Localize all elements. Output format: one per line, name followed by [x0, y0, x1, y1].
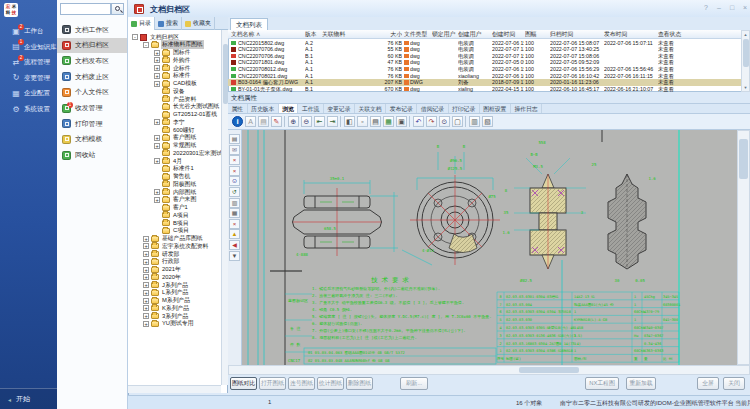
help-icon[interactable]: ? [701, 3, 711, 12]
tree-hscrollbar[interactable] [128, 385, 221, 393]
toolbar-icon-info[interactable]: i [232, 116, 243, 127]
button-nx[interactable]: NX工程图 [585, 377, 619, 390]
button-删除图纸[interactable]: 删除图纸 [346, 377, 373, 390]
column-header[interactable]: 版本 [305, 30, 321, 39]
toolbar-icon-print[interactable]: ▤ [258, 116, 269, 127]
tree-tab-目录[interactable]: 目录 [128, 17, 155, 30]
list-scrollbar[interactable]: ▲▼ [741, 30, 750, 92]
side-tool-down[interactable]: ▼ [229, 251, 240, 261]
expander-icon[interactable]: + [143, 251, 149, 257]
sidebar-item-system-settings[interactable]: ⚙系统设置 [0, 102, 57, 117]
expander-icon[interactable]: + [143, 236, 149, 242]
expander-icon[interactable]: + [143, 290, 149, 296]
expander-icon[interactable]: + [143, 282, 149, 288]
button-close[interactable]: 关闭 [723, 377, 745, 390]
toolbar-icon-fit-page[interactable]: ⇤ [314, 116, 325, 127]
table-row[interactable]: CNC22071801.dwgA.147 KBdwg电装调2022-07-05 … [228, 59, 741, 66]
side-tool-close-red[interactable]: × [229, 155, 240, 165]
workspace-item[interactable]: 打印管理 [57, 116, 127, 131]
expander-icon[interactable]: + [143, 267, 149, 273]
toolbar-icon-view[interactable]: ⊙ [439, 116, 450, 127]
table-row[interactable]: CNC220708021.dwgA.176 KBdwgxiaoliang2022… [228, 73, 741, 80]
props-tab-借阅记录[interactable]: 借阅记录 [417, 104, 448, 113]
close-icon[interactable]: × [740, 3, 750, 12]
sidebar-item-process[interactable]: ⇄2流程管理 [0, 55, 57, 70]
toolbar-icon-capture[interactable]: ▫ [357, 116, 368, 127]
expander-icon[interactable]: + [143, 321, 149, 327]
expander-icon[interactable]: + [154, 135, 160, 141]
column-header[interactable]: 发布时间 [604, 30, 656, 39]
props-tab-关联文档[interactable]: 关联文档 [355, 104, 386, 113]
button-打开图纸[interactable]: 打开图纸 [259, 377, 286, 390]
column-header[interactable]: 归档时间 [550, 30, 602, 39]
sidebar-item-knowledge-base[interactable]: ▤1企业知识库 [0, 40, 57, 55]
toolbar-icon-back[interactable]: ▦ [383, 116, 394, 127]
side-tool-target[interactable]: ⊙ [229, 176, 240, 186]
start-button[interactable]: ◂ 开始 [0, 388, 57, 409]
toolbar-icon-image[interactable]: ◧ [344, 116, 355, 127]
workspace-item[interactable]: 文档归档区 [57, 38, 127, 53]
column-header[interactable]: 创建时间 [492, 30, 524, 39]
side-tool-mail[interactable]: ✉ [229, 145, 240, 155]
tree-scrollbar[interactable] [221, 30, 228, 385]
side-tool-delete-red[interactable]: × [229, 166, 240, 176]
expander-icon[interactable]: + [154, 143, 160, 149]
side-tool-table[interactable]: ▥ [229, 198, 240, 208]
table-row[interactable]: CNC220708012.dwgA.176 KBdwg电装调2022-07-06… [228, 66, 741, 73]
props-tab-历史版本[interactable]: 历史版本 [248, 104, 279, 113]
expander-icon[interactable]: + [154, 197, 160, 203]
column-header[interactable]: 创建用户 [458, 30, 490, 39]
toolbar-icon-fit-width[interactable]: ⊖ [301, 116, 312, 127]
toolbar-icon-grid[interactable]: ↷ [426, 116, 437, 127]
workspace-item[interactable]: 个人文件区 [57, 85, 127, 100]
workspace-item[interactable]: 回收站 [57, 148, 127, 163]
side-tool-back-red[interactable]: ◀ [229, 240, 240, 250]
expander-icon[interactable]: + [154, 50, 160, 56]
button-图纸对比[interactable]: 图纸对比 [230, 377, 257, 390]
button-reload[interactable]: 重新加载 [626, 377, 656, 390]
expander-icon[interactable]: + [143, 259, 149, 265]
workspace-item[interactable]: 1收发管理 [57, 101, 127, 116]
workspace-item[interactable]: 文档废止区 [57, 69, 127, 84]
workspace-item[interactable]: 文档发布区 [57, 53, 127, 68]
side-tool-warn-yellow[interactable]: ▲ [229, 229, 240, 239]
props-tab-发布记录[interactable]: 发布记录 [386, 104, 417, 113]
button-refresh[interactable]: 刷新... [400, 377, 428, 390]
restore-icon[interactable]: □ [727, 3, 737, 12]
side-tool-undo[interactable]: ↺ [229, 187, 240, 197]
table-row[interactable]: CNC22070706.dwgB.160 KBdwg电装调2022-07-07 … [228, 53, 741, 60]
column-header[interactable]: 图幅 [525, 30, 543, 39]
toolbar-icon-19[interactable]: ▢ [452, 116, 463, 127]
expander-icon[interactable]: + [143, 313, 149, 319]
column-header[interactable]: 文档名称 ∧ [231, 30, 301, 39]
side-tool-mark-red[interactable]: × [229, 219, 240, 229]
side-tool-layers[interactable]: ▤ [229, 134, 240, 144]
expander-icon[interactable]: - [132, 34, 138, 40]
document-list-tab[interactable]: 文档列表 [230, 18, 268, 30]
preview-hscrollbar[interactable] [228, 365, 750, 375]
toolbar-icon-22[interactable]: ▧ [482, 116, 493, 127]
button-统计图纸[interactable]: 统计图纸 [317, 377, 344, 390]
column-header[interactable]: 大小 [372, 30, 402, 39]
toolbar-icon-rotate[interactable]: ⇥ [327, 116, 338, 127]
column-header[interactable]: 查看状态 [658, 30, 698, 39]
expander-icon[interactable]: + [154, 189, 160, 195]
props-tab-工作流[interactable]: 工作流 [298, 104, 323, 113]
table-row[interactable]: CNC22015802.dwgA.276 KBdwg电装调2022-07-06 … [228, 40, 741, 47]
button-fullscreen[interactable]: 全屏 [697, 377, 719, 390]
toolbar-icon-pencil[interactable]: ✎ [271, 116, 282, 127]
tree-item[interactable]: +YU测试专用 [143, 320, 194, 328]
expander-icon[interactable]: + [154, 73, 160, 79]
props-tab-图框设置[interactable]: 图框设置 [480, 104, 511, 113]
table-row[interactable]: B03-0164 偏心套刀.DWGA.1207 KBDWG刘备2018-07-0… [228, 79, 741, 86]
column-header[interactable]: 文件类型 [404, 30, 430, 39]
preview-vscrollbar[interactable] [737, 130, 750, 365]
expander-icon[interactable]: + [154, 119, 160, 125]
toolbar-icon-zoom-out[interactable]: ⊕ [288, 116, 299, 127]
table-row[interactable]: CNC22070706.dwgA.155 KBdwg电装调2022-07-07 … [228, 46, 741, 53]
workspace-item[interactable]: 文档工作区 [57, 22, 127, 37]
toolbar-icon-window[interactable]: ↶ [413, 116, 424, 127]
toolbar-icon-text[interactable]: A [245, 116, 256, 127]
expander-icon[interactable]: + [143, 243, 149, 249]
search-button[interactable] [111, 3, 124, 15]
